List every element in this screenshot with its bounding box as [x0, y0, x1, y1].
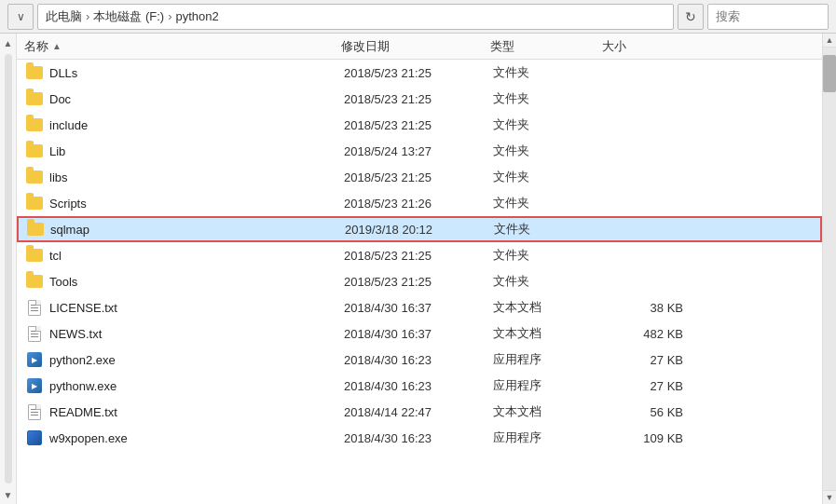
table-row[interactable]: Lib2018/5/24 13:27文件夹	[17, 138, 822, 164]
file-type: 文件夹	[493, 116, 605, 133]
table-row[interactable]: ▶python2.exe2018/4/30 16:23应用程序27 KB	[17, 347, 822, 373]
file-name: python2.exe	[49, 353, 344, 367]
file-name: sqlmap	[50, 223, 345, 237]
file-date: 2018/4/30 16:37	[344, 301, 493, 315]
file-type: 文本文档	[493, 299, 605, 316]
file-date: 2018/5/23 21:26	[344, 197, 493, 211]
vscroll-up-arrow[interactable]: ▲	[823, 34, 836, 48]
file-name: libs	[49, 170, 344, 184]
vertical-scrollbar: ▲ ▼	[822, 34, 836, 504]
file-type: 文件夹	[493, 143, 605, 159]
table-row[interactable]: tcl2018/5/23 21:25文件夹	[17, 242, 822, 268]
file-type: 应用程序	[493, 351, 605, 368]
file-type: 文本文档	[493, 403, 605, 420]
text-file-icon	[25, 324, 44, 343]
file-date: 2018/5/23 21:25	[344, 66, 493, 80]
file-size: 38 KB	[605, 301, 698, 315]
col-header-type[interactable]: 类型	[490, 38, 602, 55]
file-name: Tools	[49, 275, 344, 289]
file-size: 27 KB	[605, 353, 698, 367]
table-row[interactable]: LICENSE.txt2018/4/30 16:37文本文档38 KB	[17, 294, 822, 320]
table-row[interactable]: Scripts2018/5/23 21:26文件夹	[17, 190, 822, 216]
scroll-up-arrow[interactable]: ▲	[1, 35, 16, 50]
folder-icon	[25, 116, 44, 134]
app-icon: ▶	[25, 350, 44, 369]
scroll-down-arrow[interactable]: ▼	[1, 487, 16, 502]
file-name: LICENSE.txt	[49, 301, 344, 315]
table-row[interactable]: DLLs2018/5/23 21:25文件夹	[17, 60, 822, 86]
file-type: 文本文档	[493, 325, 605, 342]
folder-icon	[26, 220, 45, 238]
folder-icon	[25, 272, 44, 291]
file-name: README.txt	[49, 405, 344, 419]
file-date: 2018/4/30 16:23	[344, 353, 493, 367]
file-date: 2018/5/23 21:25	[344, 249, 493, 263]
file-size: 482 KB	[605, 327, 698, 341]
file-date: 2018/4/30 16:37	[344, 327, 493, 341]
file-size: 27 KB	[605, 379, 698, 393]
col-header-name[interactable]: 名称 ▲	[24, 38, 341, 55]
file-type: 文件夹	[494, 221, 606, 238]
file-date: 2018/5/23 21:25	[344, 92, 493, 106]
folder-icon	[25, 194, 44, 212]
folder-icon	[25, 168, 44, 186]
text-file-icon	[25, 402, 44, 421]
main-area: ▲ ▼ 名称 ▲ 修改日期 类型 大小 DLLs2018/5/23 21:25文…	[0, 34, 836, 504]
app2-icon	[25, 429, 44, 447]
file-size: 56 KB	[605, 405, 698, 419]
file-list: 名称 ▲ 修改日期 类型 大小 DLLs2018/5/23 21:25文件夹Do…	[17, 34, 822, 504]
file-date: 2018/5/23 21:25	[344, 170, 493, 184]
table-row[interactable]: sqlmap2019/3/18 20:12文件夹	[17, 216, 822, 242]
file-name: NEWS.txt	[49, 327, 344, 341]
file-date: 2018/5/23 21:25	[344, 118, 493, 132]
vscroll-down-arrow[interactable]: ▼	[823, 490, 836, 504]
table-row[interactable]: NEWS.txt2018/4/30 16:37文本文档482 KB	[17, 320, 822, 347]
address-bar: ∨ 此电脑 › 本地磁盘 (F:) › python2 ↻	[0, 0, 836, 34]
file-name: w9xpopen.exe	[49, 431, 344, 445]
breadcrumb-thispc[interactable]: 此电脑	[46, 8, 82, 25]
file-date: 2018/4/30 16:23	[344, 431, 493, 445]
scroll-track	[5, 54, 12, 484]
sort-arrow-icon: ▲	[52, 41, 62, 51]
vscroll-track	[823, 48, 836, 490]
vscroll-thumb[interactable]	[823, 55, 836, 92]
refresh-button[interactable]: ↻	[678, 4, 704, 30]
app-icon: ▶	[25, 376, 44, 395]
dropdown-button[interactable]: ∨	[7, 4, 34, 30]
table-row[interactable]: Doc2018/5/23 21:25文件夹	[17, 86, 822, 112]
breadcrumb-folder[interactable]: python2	[176, 9, 219, 23]
breadcrumb-drive[interactable]: 本地磁盘 (F:)	[93, 8, 164, 25]
file-type: 文件夹	[493, 64, 605, 81]
breadcrumb[interactable]: 此电脑 › 本地磁盘 (F:) › python2	[37, 4, 674, 30]
file-type: 应用程序	[493, 377, 605, 394]
file-type: 文件夹	[493, 195, 605, 211]
file-type: 文件夹	[493, 273, 605, 290]
file-date: 2018/4/30 16:23	[344, 379, 493, 393]
folder-icon	[25, 142, 44, 160]
table-row[interactable]: README.txt2018/4/14 22:47文本文档56 KB	[17, 399, 822, 425]
file-date: 2018/5/24 13:27	[344, 144, 493, 158]
file-date: 2018/4/14 22:47	[344, 405, 493, 419]
file-name: Scripts	[49, 197, 344, 211]
col-header-size[interactable]: 大小	[602, 38, 695, 55]
file-type: 应用程序	[493, 429, 605, 446]
file-name: Doc	[49, 92, 344, 106]
file-name: include	[49, 118, 344, 132]
search-input[interactable]	[707, 4, 829, 30]
file-size: 109 KB	[605, 431, 698, 445]
file-name: tcl	[49, 249, 344, 263]
file-date: 2019/3/18 20:12	[345, 223, 494, 237]
table-row[interactable]: ▶pythonw.exe2018/4/30 16:23应用程序27 KB	[17, 373, 822, 399]
table-row[interactable]: Tools2018/5/23 21:25文件夹	[17, 268, 822, 294]
table-row[interactable]: libs2018/5/23 21:25文件夹	[17, 164, 822, 190]
table-row[interactable]: include2018/5/23 21:25文件夹	[17, 112, 822, 138]
file-type: 文件夹	[493, 90, 605, 107]
folder-icon	[25, 89, 44, 108]
left-scroll: ▲ ▼	[0, 34, 17, 504]
table-row[interactable]: w9xpopen.exe2018/4/30 16:23应用程序109 KB	[17, 425, 822, 451]
folder-icon	[25, 63, 44, 82]
file-name: DLLs	[49, 66, 344, 80]
breadcrumb-sep1: ›	[86, 9, 89, 23]
col-header-date[interactable]: 修改日期	[341, 38, 490, 55]
file-date: 2018/5/23 21:25	[344, 275, 493, 289]
